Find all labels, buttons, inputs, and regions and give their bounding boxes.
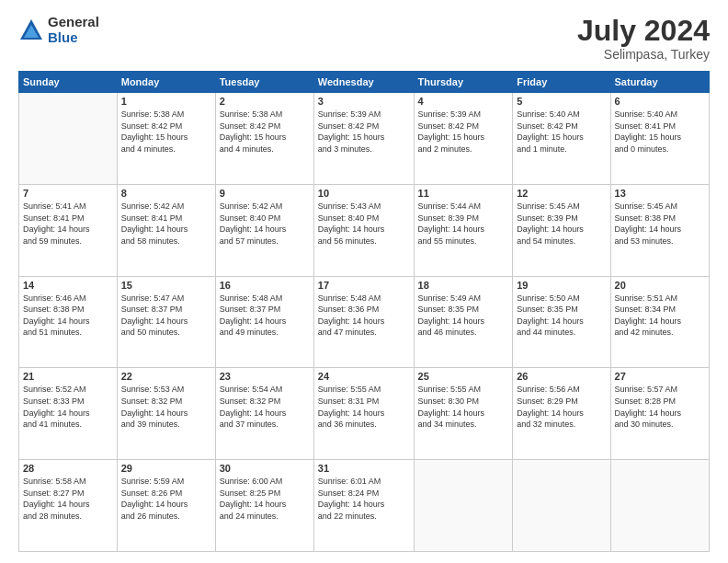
page: General Blue July 2024 Selimpasa, Turkey…: [0, 0, 728, 563]
day-number: 28: [23, 463, 113, 474]
day-number: 16: [220, 280, 310, 291]
logo-text: General Blue: [48, 15, 99, 45]
day-number: 25: [418, 371, 509, 382]
day-number: 14: [23, 280, 113, 291]
calendar-cell: 15Sunrise: 5:47 AM Sunset: 8:37 PM Dayli…: [117, 276, 215, 368]
day-number: 22: [121, 371, 211, 382]
calendar-cell: 1Sunrise: 5:38 AM Sunset: 8:42 PM Daylig…: [117, 93, 215, 185]
day-of-week-header: Sunday: [19, 72, 118, 93]
cell-info: Sunrise: 6:00 AM Sunset: 8:25 PM Dayligh…: [220, 476, 310, 522]
cell-info: Sunrise: 5:48 AM Sunset: 8:37 PM Dayligh…: [220, 293, 310, 339]
cell-info: Sunrise: 5:42 AM Sunset: 8:41 PM Dayligh…: [121, 201, 211, 247]
calendar-cell: [513, 460, 610, 552]
cell-info: Sunrise: 5:49 AM Sunset: 8:35 PM Dayligh…: [418, 293, 509, 339]
cell-info: Sunrise: 5:59 AM Sunset: 8:26 PM Dayligh…: [121, 476, 211, 522]
calendar-cell: 5Sunrise: 5:40 AM Sunset: 8:42 PM Daylig…: [513, 93, 610, 185]
day-number: 8: [121, 188, 211, 199]
calendar-cell: 31Sunrise: 6:01 AM Sunset: 8:24 PM Dayli…: [313, 460, 414, 552]
cell-info: Sunrise: 5:40 AM Sunset: 8:41 PM Dayligh…: [615, 109, 705, 155]
calendar-cell: 22Sunrise: 5:53 AM Sunset: 8:32 PM Dayli…: [117, 368, 215, 460]
day-of-week-header: Saturday: [610, 72, 709, 93]
day-number: 7: [23, 188, 113, 199]
calendar-week-row: 7Sunrise: 5:41 AM Sunset: 8:41 PM Daylig…: [19, 184, 710, 276]
cell-info: Sunrise: 5:38 AM Sunset: 8:42 PM Dayligh…: [220, 109, 310, 155]
day-of-week-header: Wednesday: [313, 72, 414, 93]
day-number: 2: [220, 96, 310, 107]
logo-general: General: [48, 15, 99, 30]
day-of-week-header: Friday: [513, 72, 610, 93]
calendar-cell: 12Sunrise: 5:45 AM Sunset: 8:39 PM Dayli…: [513, 184, 610, 276]
header: General Blue July 2024 Selimpasa, Turkey: [18, 15, 710, 62]
cell-info: Sunrise: 5:55 AM Sunset: 8:30 PM Dayligh…: [418, 384, 509, 430]
calendar-cell: 23Sunrise: 5:54 AM Sunset: 8:32 PM Dayli…: [215, 368, 313, 460]
calendar-header-row: SundayMondayTuesdayWednesdayThursdayFrid…: [19, 72, 710, 93]
cell-info: Sunrise: 5:40 AM Sunset: 8:42 PM Dayligh…: [517, 109, 606, 155]
day-number: 19: [517, 280, 606, 291]
calendar-cell: 13Sunrise: 5:45 AM Sunset: 8:38 PM Dayli…: [610, 184, 709, 276]
day-number: 21: [23, 371, 113, 382]
day-number: 27: [615, 371, 705, 382]
day-number: 15: [121, 280, 211, 291]
calendar-cell: 19Sunrise: 5:50 AM Sunset: 8:35 PM Dayli…: [513, 276, 610, 368]
day-number: 11: [418, 188, 509, 199]
day-number: 1: [121, 96, 211, 107]
cell-info: Sunrise: 5:42 AM Sunset: 8:40 PM Dayligh…: [220, 201, 310, 247]
calendar-cell: 14Sunrise: 5:46 AM Sunset: 8:38 PM Dayli…: [19, 276, 118, 368]
calendar-cell: 10Sunrise: 5:43 AM Sunset: 8:40 PM Dayli…: [313, 184, 414, 276]
day-number: 6: [615, 96, 705, 107]
cell-info: Sunrise: 5:47 AM Sunset: 8:37 PM Dayligh…: [121, 293, 211, 339]
cell-info: Sunrise: 5:54 AM Sunset: 8:32 PM Dayligh…: [220, 384, 310, 430]
calendar-cell: 26Sunrise: 5:56 AM Sunset: 8:29 PM Dayli…: [513, 368, 610, 460]
day-of-week-header: Monday: [117, 72, 215, 93]
day-number: 3: [318, 96, 410, 107]
calendar-week-row: 28Sunrise: 5:58 AM Sunset: 8:27 PM Dayli…: [19, 460, 710, 552]
calendar-cell: 3Sunrise: 5:39 AM Sunset: 8:42 PM Daylig…: [313, 93, 414, 185]
day-number: 26: [517, 371, 606, 382]
cell-info: Sunrise: 5:48 AM Sunset: 8:36 PM Dayligh…: [318, 293, 410, 339]
cell-info: Sunrise: 5:39 AM Sunset: 8:42 PM Dayligh…: [418, 109, 509, 155]
cell-info: Sunrise: 5:38 AM Sunset: 8:42 PM Dayligh…: [121, 109, 211, 155]
day-number: 24: [318, 371, 410, 382]
day-number: 17: [318, 280, 410, 291]
day-number: 5: [517, 96, 606, 107]
calendar-cell: 16Sunrise: 5:48 AM Sunset: 8:37 PM Dayli…: [215, 276, 313, 368]
calendar-cell: 20Sunrise: 5:51 AM Sunset: 8:34 PM Dayli…: [610, 276, 709, 368]
day-number: 31: [318, 463, 410, 474]
day-of-week-header: Tuesday: [215, 72, 313, 93]
calendar-cell: 25Sunrise: 5:55 AM Sunset: 8:30 PM Dayli…: [414, 368, 513, 460]
calendar-cell: 21Sunrise: 5:52 AM Sunset: 8:33 PM Dayli…: [19, 368, 118, 460]
month-year: July 2024: [577, 15, 710, 47]
calendar-cell: 27Sunrise: 5:57 AM Sunset: 8:28 PM Dayli…: [610, 368, 709, 460]
day-number: 23: [220, 371, 310, 382]
day-number: 10: [318, 188, 410, 199]
day-number: 13: [615, 188, 705, 199]
cell-info: Sunrise: 5:51 AM Sunset: 8:34 PM Dayligh…: [615, 293, 705, 339]
calendar-cell: 17Sunrise: 5:48 AM Sunset: 8:36 PM Dayli…: [313, 276, 414, 368]
cell-info: Sunrise: 5:41 AM Sunset: 8:41 PM Dayligh…: [23, 201, 113, 247]
calendar-cell: 29Sunrise: 5:59 AM Sunset: 8:26 PM Dayli…: [117, 460, 215, 552]
cell-info: Sunrise: 5:57 AM Sunset: 8:28 PM Dayligh…: [615, 384, 705, 430]
calendar-cell: 7Sunrise: 5:41 AM Sunset: 8:41 PM Daylig…: [19, 184, 118, 276]
calendar-cell: 11Sunrise: 5:44 AM Sunset: 8:39 PM Dayli…: [414, 184, 513, 276]
calendar: SundayMondayTuesdayWednesdayThursdayFrid…: [18, 71, 710, 552]
calendar-cell: 6Sunrise: 5:40 AM Sunset: 8:41 PM Daylig…: [610, 93, 709, 185]
day-number: 9: [220, 188, 310, 199]
cell-info: Sunrise: 5:52 AM Sunset: 8:33 PM Dayligh…: [23, 384, 113, 430]
calendar-week-row: 21Sunrise: 5:52 AM Sunset: 8:33 PM Dayli…: [19, 368, 710, 460]
logo: General Blue: [18, 15, 99, 45]
calendar-week-row: 1Sunrise: 5:38 AM Sunset: 8:42 PM Daylig…: [19, 93, 710, 185]
cell-info: Sunrise: 5:45 AM Sunset: 8:38 PM Dayligh…: [615, 201, 705, 247]
cell-info: Sunrise: 5:58 AM Sunset: 8:27 PM Dayligh…: [23, 476, 113, 522]
cell-info: Sunrise: 5:45 AM Sunset: 8:39 PM Dayligh…: [517, 201, 606, 247]
calendar-cell: 9Sunrise: 5:42 AM Sunset: 8:40 PM Daylig…: [215, 184, 313, 276]
day-number: 18: [418, 280, 509, 291]
cell-info: Sunrise: 5:43 AM Sunset: 8:40 PM Dayligh…: [318, 201, 410, 247]
title-block: July 2024 Selimpasa, Turkey: [577, 15, 710, 62]
calendar-cell: 4Sunrise: 5:39 AM Sunset: 8:42 PM Daylig…: [414, 93, 513, 185]
calendar-cell: 30Sunrise: 6:00 AM Sunset: 8:25 PM Dayli…: [215, 460, 313, 552]
cell-info: Sunrise: 5:46 AM Sunset: 8:38 PM Dayligh…: [23, 293, 113, 339]
cell-info: Sunrise: 5:56 AM Sunset: 8:29 PM Dayligh…: [517, 384, 606, 430]
location: Selimpasa, Turkey: [577, 47, 710, 62]
calendar-cell: [610, 460, 709, 552]
day-number: 20: [615, 280, 705, 291]
